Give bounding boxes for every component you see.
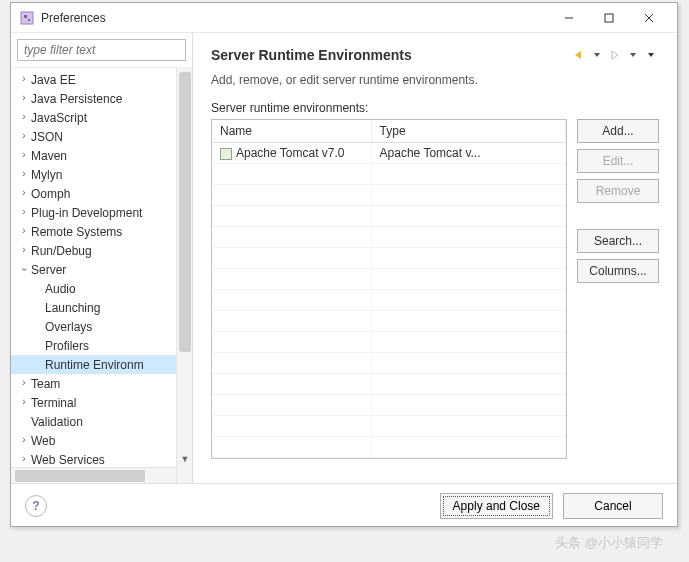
content-area: ›Java EE›Java Persistence›JavaScript›JSO… <box>11 33 677 483</box>
tree-item[interactable]: ›Oomph <box>11 184 192 203</box>
tree-item[interactable]: Validation <box>11 412 192 431</box>
tree-item[interactable]: ›Java Persistence <box>11 89 192 108</box>
table-row[interactable]: Apache Tomcat v7.0Apache Tomcat v... <box>212 143 566 164</box>
tree-item[interactable]: ›Team <box>11 374 192 393</box>
table-row-empty: .. <box>212 164 566 185</box>
tree-item-label: Runtime Environm <box>31 358 144 372</box>
column-type[interactable]: Type <box>371 120 565 143</box>
tree-item-label: Team <box>31 377 60 391</box>
tree-item[interactable]: Launching <box>11 298 192 317</box>
remove-button[interactable]: Remove <box>577 179 659 203</box>
chevron-right-icon[interactable]: › <box>17 73 31 84</box>
tree-wrap: ›Java EE›Java Persistence›JavaScript›JSO… <box>11 68 192 483</box>
tree-item[interactable]: ›Terminal <box>11 393 192 412</box>
chevron-right-icon[interactable]: › <box>17 130 31 141</box>
titlebar: Preferences <box>11 3 677 33</box>
back-dropdown-icon[interactable] <box>589 47 605 63</box>
chevron-right-icon[interactable]: › <box>17 225 31 236</box>
minimize-button[interactable] <box>549 4 589 32</box>
tree-item-label: Java EE <box>31 73 76 87</box>
chevron-right-icon[interactable]: › <box>17 453 31 464</box>
tree-item-label: Remote Systems <box>31 225 122 239</box>
table-row-empty: .. <box>212 395 566 416</box>
tree-item[interactable]: ›Mylyn <box>11 165 192 184</box>
window-title: Preferences <box>41 11 549 25</box>
tree-item-label: Web Services <box>31 453 105 467</box>
table-row-empty: .. <box>212 290 566 311</box>
hscroll-thumb[interactable] <box>15 470 145 482</box>
help-icon[interactable]: ? <box>25 495 47 517</box>
tree-item[interactable]: ›JSON <box>11 127 192 146</box>
sidebar: ›Java EE›Java Persistence›JavaScript›JSO… <box>11 33 193 483</box>
table-row-empty: .. <box>212 437 566 458</box>
chevron-right-icon[interactable]: › <box>17 244 31 255</box>
tree-item-label: Run/Debug <box>31 244 92 258</box>
edit-button[interactable]: Edit... <box>577 149 659 173</box>
chevron-right-icon[interactable]: › <box>17 187 31 198</box>
chevron-right-icon[interactable]: › <box>17 396 31 407</box>
chevron-right-icon[interactable]: › <box>17 92 31 103</box>
tree-item[interactable]: ›Plug-in Development <box>11 203 192 222</box>
svg-rect-4 <box>605 14 613 22</box>
runtime-table[interactable]: Name Type Apache Tomcat v7.0Apache Tomca… <box>211 119 567 459</box>
tree-item-label: Overlays <box>31 320 92 334</box>
chevron-right-icon[interactable]: › <box>17 168 31 179</box>
scroll-thumb[interactable] <box>179 72 191 352</box>
table-row-empty: .. <box>212 311 566 332</box>
cancel-button[interactable]: Cancel <box>563 493 663 519</box>
tree-item[interactable]: ›Java EE <box>11 70 192 89</box>
footer: ? Apply and Close Cancel <box>11 483 677 527</box>
table-row-empty: .. <box>212 353 566 374</box>
menu-dropdown-icon[interactable] <box>643 47 659 63</box>
tree-item[interactable]: Runtime Environm <box>11 355 192 374</box>
sidebar-vertical-scrollbar[interactable]: ▲ ▼ <box>176 68 192 483</box>
main-panel: Server Runtime Environments Add, remove,… <box>193 33 677 483</box>
tree-item[interactable]: ›Maven <box>11 146 192 165</box>
tree-item-label: Oomph <box>31 187 70 201</box>
back-icon[interactable] <box>571 47 587 63</box>
tree-item[interactable]: ›Web <box>11 431 192 450</box>
tree-item-label: JSON <box>31 130 63 144</box>
tree-item[interactable]: Overlays <box>11 317 192 336</box>
chevron-right-icon[interactable]: › <box>17 111 31 122</box>
preferences-window: Preferences ›Java EE›Java Persistence›Ja… <box>10 2 678 527</box>
chevron-down-icon[interactable]: › <box>19 263 30 277</box>
maximize-button[interactable] <box>589 4 629 32</box>
chevron-right-icon[interactable]: › <box>17 206 31 217</box>
table-row-empty: .. <box>212 416 566 437</box>
filter-input[interactable] <box>17 39 186 61</box>
server-icon <box>220 148 232 160</box>
chevron-right-icon[interactable]: › <box>17 377 31 388</box>
sidebar-horizontal-scrollbar[interactable] <box>11 467 176 483</box>
action-buttons: Add... Edit... Remove Search... Columns.… <box>577 119 659 459</box>
watermark-text: 头条 @小小猿同学 <box>555 534 663 552</box>
chevron-right-icon[interactable]: › <box>17 434 31 445</box>
apply-and-close-button[interactable]: Apply and Close <box>440 493 553 519</box>
search-button[interactable]: Search... <box>577 229 659 253</box>
scroll-down-icon[interactable]: ▼ <box>177 451 192 467</box>
tree-item[interactable]: ›JavaScript <box>11 108 192 127</box>
tree-item-label: Plug-in Development <box>31 206 142 220</box>
columns-button[interactable]: Columns... <box>577 259 659 283</box>
tree-item[interactable]: ›Server <box>11 260 192 279</box>
tree-item[interactable]: ›Remote Systems <box>11 222 192 241</box>
svg-rect-1 <box>24 15 27 18</box>
chevron-right-icon[interactable]: › <box>17 149 31 160</box>
tree-item[interactable]: Profilers <box>11 336 192 355</box>
table-row-empty: .. <box>212 185 566 206</box>
page-title: Server Runtime Environments <box>211 47 571 63</box>
cell-name: Apache Tomcat v7.0 <box>212 143 371 164</box>
table-row-empty: .. <box>212 227 566 248</box>
forward-dropdown-icon[interactable] <box>625 47 641 63</box>
forward-icon[interactable] <box>607 47 623 63</box>
filter-wrap <box>11 33 192 68</box>
close-button[interactable] <box>629 4 669 32</box>
tree-item[interactable]: Audio <box>11 279 192 298</box>
table-row-empty: .. <box>212 206 566 227</box>
tree-item-label: Profilers <box>31 339 89 353</box>
column-name[interactable]: Name <box>212 120 371 143</box>
svg-rect-2 <box>28 19 30 21</box>
tree-item[interactable]: ›Run/Debug <box>11 241 192 260</box>
add-button[interactable]: Add... <box>577 119 659 143</box>
table-row-empty: .. <box>212 374 566 395</box>
